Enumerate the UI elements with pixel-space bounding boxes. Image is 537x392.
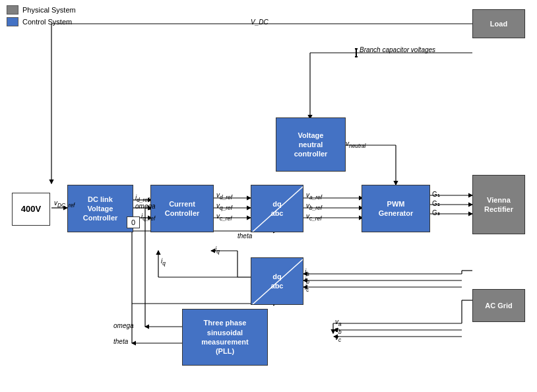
dc-link-block: DC linkVoltageController — [67, 185, 133, 232]
voltage-neutral-block: Voltageneutralcontroller — [276, 117, 346, 172]
omega-label: omega — [135, 203, 156, 210]
ic-label: ic — [305, 284, 309, 293]
branch-cap-label: Branch capacitor voltages — [360, 46, 435, 53]
control-color-box — [7, 17, 18, 26]
legend: Physical System Control System — [7, 5, 76, 26]
vc-ref-label: vc_ref — [216, 212, 232, 222]
iq-ref-label: iq_ref — [141, 212, 155, 222]
dq-abc-top-block: dqabc — [251, 185, 303, 232]
vq-ref-label: vq_ref — [216, 202, 232, 211]
id-ref-label: id_ref — [135, 194, 149, 203]
vienna-label: ViennaRectifier — [484, 195, 513, 214]
source-400v-block: 400V — [12, 193, 50, 226]
current-controller-block: CurrentController — [150, 185, 214, 232]
three-phase-label: Three phasesinusoidalmeasurement(PLL) — [201, 318, 249, 356]
dq-abc-mid-block: dqabc — [251, 257, 303, 305]
three-phase-block: Three phasesinusoidalmeasurement(PLL) — [182, 309, 268, 366]
pwm-generator-label: PWMGenerator — [379, 199, 414, 218]
theta-label: theta — [113, 338, 128, 345]
g1-label: G₁ — [432, 191, 440, 198]
zero-label: 0 — [131, 218, 135, 226]
load-block: Load — [472, 9, 525, 38]
legend-physical-label: Physical System — [22, 6, 76, 14]
zero-box: 0 — [127, 216, 140, 228]
vdc-label: V_DC — [251, 18, 268, 26]
dq-abc-top-label: dqabc — [271, 199, 284, 218]
dc-link-label: DC linkVoltageController — [83, 195, 118, 223]
legend-control-label: Control System — [22, 18, 72, 26]
iq-label: iq — [215, 245, 220, 255]
ac-grid-label: AC Grid — [485, 301, 513, 310]
pwm-generator-block: PWMGenerator — [362, 185, 430, 232]
g2-label: G₂ — [432, 200, 440, 207]
voltage-neutral-label: Voltageneutralcontroller — [294, 131, 328, 159]
diagram-container: Physical System Control System — [0, 0, 537, 392]
vc-label: vc — [335, 334, 341, 343]
vienna-rectifier-block: ViennaRectifier — [472, 175, 525, 234]
vneutral-label: vneutral — [346, 140, 365, 149]
g3-label: G₃ — [432, 209, 440, 216]
vdc-ref-label: vDC_ref — [54, 199, 75, 209]
va-ref-label: va_ref — [306, 191, 322, 201]
omega2-label: omega — [113, 322, 134, 329]
theta2-label: theta — [237, 232, 252, 240]
legend-physical: Physical System — [7, 5, 76, 15]
ac-grid-block: AC Grid — [472, 289, 525, 322]
iq2-label: iq — [161, 257, 166, 267]
physical-color-box — [7, 5, 18, 15]
dq-abc-mid-label: dqabc — [271, 272, 284, 291]
load-label: Load — [490, 19, 507, 28]
current-controller-label: CurrentController — [165, 199, 200, 218]
source-400v-label: 400V — [21, 204, 41, 215]
vc-ref2-label: vc_ref — [306, 212, 322, 222]
vb-ref-label: vb_ref — [306, 202, 322, 211]
vd-ref-label: vd_ref — [216, 191, 232, 201]
legend-control: Control System — [7, 17, 76, 26]
